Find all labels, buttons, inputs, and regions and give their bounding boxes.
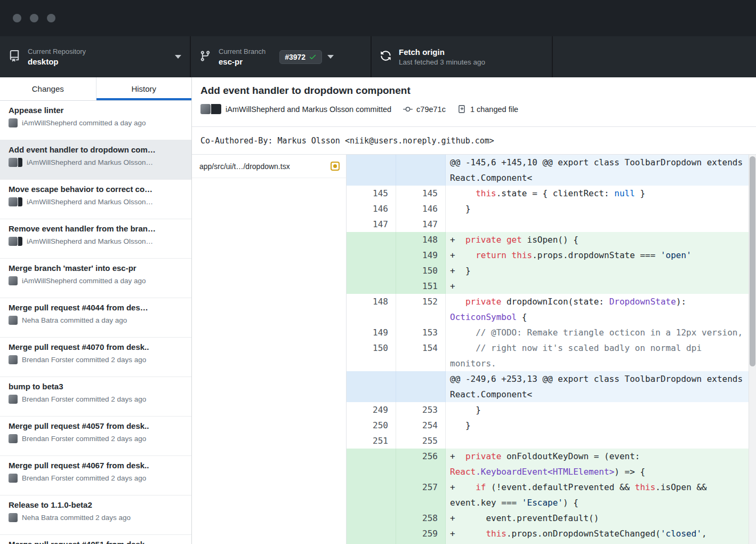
fetch-subtitle: Last fetched 3 minutes ago [399,58,543,66]
diff-gutter-old: 148 [347,294,396,325]
check-icon [309,53,317,61]
diff-row-ctx: 149153 // @TODO: Remake triangle octicon… [347,325,756,340]
avatar [9,434,18,443]
diff-code-line: + return this.props.dropdownState === 'o… [446,247,756,263]
diff-code-line: // @TODO: Remake triangle octicon in a 1… [446,325,756,340]
history-item[interactable]: Appease linteriAmWillShepherd committed … [0,101,191,140]
commit-list-title: Merge pull request #4067 from desk.. [9,461,183,470]
diff-gutter-new: 145 [396,186,446,201]
toolbar: Current Repository desktop Current Branc… [0,36,756,77]
repo-icon [9,50,20,64]
diff-row-add: 151+ [347,278,756,294]
history-item[interactable]: Merge pull request #4067 from desk..Bren… [0,456,191,495]
scrollbar-thumb[interactable] [750,156,755,366]
history-item[interactable]: bump to beta3Brendan Forster committed 2… [0,377,191,417]
repository-label: Current Repository [28,47,170,55]
avatar [9,355,18,364]
diff-code-line: + this.props.onDropdownStateChanged('clo… [446,526,756,544]
diff-gutter-old [347,155,396,186]
diff-gutter-old: 150 [347,340,396,371]
diff-gutter-new: 153 [396,325,446,340]
history-item[interactable]: Merge pull request #4057 from desk..Bren… [0,417,191,456]
diff-gutter-new: 151 [396,278,446,294]
commit-list-meta: iAmWillShepherd and Markus Olsson… [9,237,183,246]
commit-list-title: Add event handler to dropdown com… [9,145,183,154]
diff-row-ctx: 250254 } [347,418,756,433]
tab-changes[interactable]: Changes [0,77,96,100]
diff-row-ctx: 251255 [347,433,756,449]
app-window: Current Repository desktop Current Branc… [0,0,756,544]
diff-row-ctx: 147147 [347,217,756,232]
tab-history[interactable]: History [96,77,192,100]
diff-code-line: + if (!event.defaultPrevented && this.is… [446,479,756,510]
diff-code-line: + private onFoldoutKeyDown = (event: Rea… [446,449,756,479]
titlebar [0,0,756,36]
commit-list-meta: Neha Batra committed a day ago [9,316,183,325]
diff-code-line: + } [446,263,756,278]
commit-list-title: Merge pull request #4051 from desk.. [9,540,183,544]
diff-gutter-old [347,278,396,294]
coauthor-line: Co-Authored-By: Markus Olsson <niik@user… [200,136,494,146]
diff-code-line: @@ -249,6 +253,13 @@ export class Toolba… [446,371,756,402]
pr-number: #3972 [285,53,305,61]
window-close-button[interactable] [13,14,21,22]
diff-gutter-new: 154 [396,340,446,371]
scrollbar[interactable] [749,155,756,544]
history-item[interactable]: Merge pull request #4044 from des…Neha B… [0,298,191,338]
changed-files-list: app/src/ui/t…/dropdown.tsx [192,155,347,544]
commit-list-meta: Brendan Forster committed 2 days ago [9,395,183,404]
diff-row-add: 257+ if (!event.defaultPrevented && this… [347,479,756,510]
diff-view: @@ -145,6 +145,10 @@ export class Toolba… [347,155,756,544]
diff-gutter-old [347,449,396,479]
fetch-origin-button[interactable]: Fetch origin Last fetched 3 minutes ago [372,36,553,77]
avatar [9,513,18,522]
sync-icon [380,50,391,63]
history-item[interactable]: Move escape behavior to correct co…iAmWi… [0,180,191,219]
diff-gutter-new: 258 [396,510,446,526]
commit-list-title: Merge branch 'master' into esc-pr [9,263,183,273]
history-item[interactable]: Merge branch 'master' into esc-priAmWill… [0,259,191,298]
repository-picker[interactable]: Current Repository desktop [0,36,191,77]
commit-message-body: Co-Authored-By: Markus Olsson <niik@user… [192,127,756,155]
branch-picker[interactable]: Current Branch esc-pr #3972 [191,36,372,77]
window-minimize-button[interactable] [30,14,38,22]
commit-detail: Add event handler to dropdown component … [192,77,756,544]
history-item[interactable]: Release to 1.1.0-beta2Neha Batra committ… [0,495,191,535]
commit-list-title: Merge pull request #4070 from desk.. [9,342,183,351]
diff-gutter-new: 146 [396,201,446,217]
avatar [9,316,18,325]
history-item[interactable]: Add event handler to dropdown com…iAmWil… [0,140,191,180]
diff-gutter-old [347,526,396,544]
history-list: Appease linteriAmWillShepherd committed … [0,101,191,544]
diff-gutter-old: 251 [347,433,396,449]
window-zoom-button[interactable] [47,14,55,22]
commit-list-title: Remove event handler from the bran… [9,224,183,233]
diff-code-line: } [446,418,756,433]
avatar [9,197,22,206]
commit-list-meta: iAmWillShepherd and Markus Olsson… [9,197,183,206]
diff-row-ctx: 150154 // right now it's scaled badly on… [347,340,756,371]
diff-code-line: private dropdownIcon(state: DropdownStat… [446,294,756,325]
history-item[interactable]: Remove event handler from the bran…iAmWi… [0,219,191,259]
commit-list-meta: iAmWillShepherd committed a day ago [9,118,183,127]
file-path: app/src/ui/t…/dropdown.tsx [199,162,331,171]
diff-gutter-new: 149 [396,247,446,263]
diff-row-add: 259+ this.props.onDropdownStateChanged('… [347,526,756,544]
changed-file-row[interactable]: app/src/ui/t…/dropdown.tsx [192,155,346,178]
history-item[interactable]: Merge pull request #4051 from desk.. [0,535,191,544]
changed-file-icon [457,105,467,114]
commit-header: Add event handler to dropdown component … [192,77,756,127]
history-item[interactable]: Merge pull request #4070 from desk..Bren… [0,338,191,377]
diff-code-line [446,433,756,449]
changed-files-count: 1 changed file [470,105,518,114]
diff-gutter-new: 254 [396,418,446,433]
pr-status-badge[interactable]: #3972 [279,50,322,64]
diff-row-add: 149+ return this.props.dropdownState ===… [347,247,756,263]
diff-row-add: 148+ private get isOpen() { [347,232,756,247]
branch-label: Current Branch [219,47,266,55]
diff-gutter-old: 250 [347,418,396,433]
commit-list-meta: Neha Batra committed 2 days ago [9,513,183,522]
diff-gutter-new: 256 [396,449,446,479]
commit-list-meta: Brendan Forster committed 2 days ago [9,474,183,483]
commit-sha[interactable]: c79e71c [416,105,446,114]
